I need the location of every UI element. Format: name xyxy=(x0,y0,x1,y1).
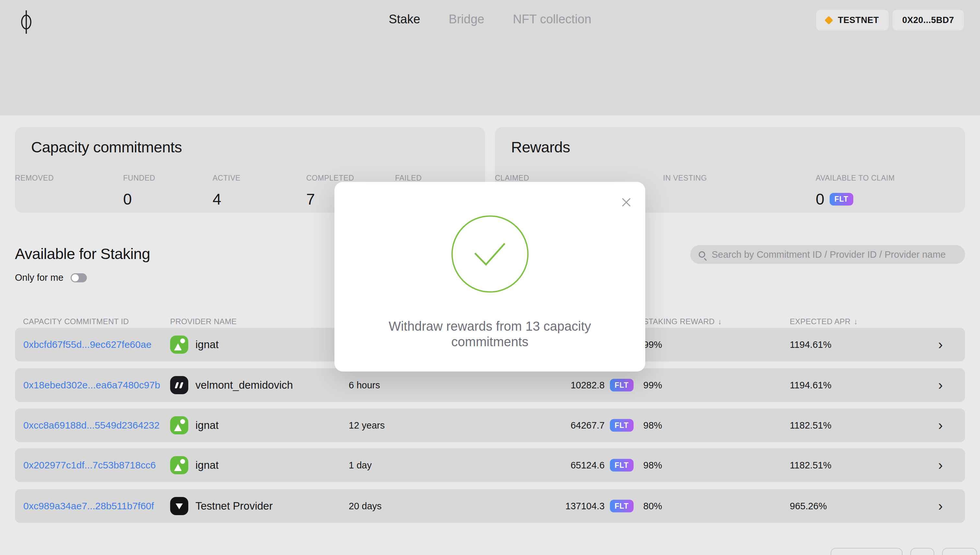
duration-cell: 20 days xyxy=(349,501,382,512)
stat-active: ACTIVE 4 xyxy=(213,174,240,208)
provider-name: ignat xyxy=(195,338,219,351)
only-for-me-toggle[interactable] xyxy=(70,273,87,282)
success-check-icon xyxy=(450,214,530,295)
network-button[interactable]: TESTNET xyxy=(816,10,889,30)
top-navigation-bar: Stake Bridge NFT collection TESTNET 0X20… xyxy=(0,0,980,115)
duration-cell: 6 hours xyxy=(349,380,380,391)
commitment-id-link[interactable]: 0xc989a34ae7...28b511b7f60f xyxy=(23,500,154,512)
commitment-id-link[interactable]: 0xcc8a69188d...5549d2364232 xyxy=(23,420,159,431)
provider-cell: ignat xyxy=(170,335,219,354)
row-chevron-icon[interactable]: › xyxy=(938,499,943,513)
table-row[interactable]: 0xc989a34ae7...28b511b7f60f Testnet Prov… xyxy=(15,489,965,523)
stat-available-to-claim: AVAILABLE TO CLAIM 0 FLT xyxy=(816,174,895,208)
commitment-id-link[interactable]: 0x18ebed302e...ea6a7480c97b xyxy=(23,380,160,391)
row-chevron-icon[interactable]: › xyxy=(938,338,943,351)
stake-cell: 10282.8 FLT xyxy=(571,379,634,391)
provider-avatar xyxy=(170,497,188,515)
provider-cell: Testnet Provider xyxy=(170,497,272,515)
stat-removed: REMOVED xyxy=(15,174,54,190)
search-input[interactable] xyxy=(712,249,957,260)
expected-apr-cell: 1182.51% xyxy=(790,420,831,431)
expected-apr-cell: 1194.61% xyxy=(790,339,831,350)
duration-cell: 12 years xyxy=(349,420,385,431)
wallet-address-button[interactable]: 0X20...5BD7 xyxy=(892,10,964,30)
staking-reward-cell: 80% xyxy=(643,501,662,512)
table-row[interactable]: 0x18ebed302e...ea6a7480c97b velmont_demi… xyxy=(15,368,965,402)
stake-cell: 137104.3 FLT xyxy=(565,500,634,513)
staking-reward-cell: 99% xyxy=(643,380,662,391)
nav-tabs: Stake Bridge NFT collection xyxy=(389,12,591,26)
table-row[interactable]: 0x202977c1df...7c53b8718cc6 ignat 1 day … xyxy=(15,448,965,482)
tab-stake[interactable]: Stake xyxy=(389,12,420,26)
header-expected-apr[interactable]: EXPECTED APR↓ xyxy=(790,317,858,326)
toggle-knob xyxy=(72,274,79,281)
pagination: Page 1 of 14 › Last xyxy=(831,548,977,555)
page-indicator-button[interactable]: Page 1 of 14 xyxy=(831,548,903,555)
network-diamond-icon xyxy=(825,16,833,25)
staking-reward-cell: 99% xyxy=(643,339,662,350)
staking-reward-cell: 98% xyxy=(643,420,662,431)
header-staking-reward[interactable]: STAKING REWARD↓ xyxy=(643,317,722,326)
flt-token-badge: FLT xyxy=(610,500,634,513)
flt-token-badge: FLT xyxy=(610,379,634,391)
commitment-id-link[interactable]: 0xbcfd67f55d...9ec627fe60ae xyxy=(23,339,151,350)
wallet-address-label: 0X20...5BD7 xyxy=(902,15,954,25)
capacity-card-title: Capacity commitments xyxy=(31,138,182,156)
next-page-button[interactable]: › xyxy=(910,548,934,555)
close-icon[interactable] xyxy=(620,196,632,209)
row-chevron-icon[interactable]: › xyxy=(938,459,943,472)
provider-name: ignat xyxy=(195,459,219,472)
top-right-buttons: TESTNET 0X20...5BD7 xyxy=(816,10,964,30)
provider-avatar xyxy=(170,456,188,474)
provider-name: velmont_demidovich xyxy=(195,379,293,391)
provider-avatar xyxy=(170,335,188,354)
stake-cell: 65124.6 FLT xyxy=(571,459,634,472)
header-capacity-commitment-id: CAPACITY COMMITMENT ID xyxy=(23,317,129,326)
withdraw-success-modal: Withdraw rewards from 13 capacity commit… xyxy=(335,182,645,372)
flt-token-badge: FLT xyxy=(610,459,634,472)
rewards-card-title: Rewards xyxy=(511,138,570,156)
duration-cell: 1 day xyxy=(349,460,372,471)
provider-avatar xyxy=(170,416,188,435)
staking-reward-cell: 98% xyxy=(643,460,662,471)
stat-in-vesting: IN VESTING xyxy=(663,174,707,190)
provider-cell: velmont_demidovich xyxy=(170,376,293,394)
expected-apr-cell: 1194.61% xyxy=(790,380,831,391)
search-icon xyxy=(699,251,705,258)
flt-token-badge: FLT xyxy=(829,193,853,205)
provider-avatar xyxy=(170,376,188,394)
tab-nft-collection[interactable]: NFT collection xyxy=(513,12,591,26)
provider-name: ignat xyxy=(195,419,219,431)
tab-bridge[interactable]: Bridge xyxy=(449,12,485,26)
table-row[interactable]: 0xcc8a69188d...5549d2364232 ignat 12 yea… xyxy=(15,409,965,442)
provider-cell: ignat xyxy=(170,456,219,474)
only-for-me-label: Only for me xyxy=(15,272,64,283)
header-provider-name: PROVIDER NAME xyxy=(170,317,237,326)
provider-cell: ignat xyxy=(170,416,219,435)
sort-down-icon[interactable]: ↓ xyxy=(854,317,858,326)
provider-name: Testnet Provider xyxy=(195,500,272,512)
search-bar xyxy=(690,245,965,264)
row-chevron-icon[interactable]: › xyxy=(938,378,943,392)
only-for-me-row: Only for me xyxy=(15,272,87,283)
stake-cell: 64267.7 FLT xyxy=(571,419,634,432)
logo-phi-icon[interactable] xyxy=(19,8,34,35)
last-page-button[interactable]: Last xyxy=(942,548,977,555)
row-chevron-icon[interactable]: › xyxy=(938,419,943,432)
stat-funded: FUNDED 0 xyxy=(123,174,155,208)
sort-down-icon[interactable]: ↓ xyxy=(718,317,722,326)
expected-apr-cell: 965.26% xyxy=(790,501,827,512)
flt-token-badge: FLT xyxy=(610,419,634,432)
network-label: TESTNET xyxy=(838,15,879,25)
modal-message: Withdraw rewards from 13 capacity commit… xyxy=(370,318,610,350)
expected-apr-cell: 1182.51% xyxy=(790,460,831,471)
commitment-id-link[interactable]: 0x202977c1df...7c53b8718cc6 xyxy=(23,460,156,471)
available-for-staking-title: Available for Staking xyxy=(15,245,150,263)
